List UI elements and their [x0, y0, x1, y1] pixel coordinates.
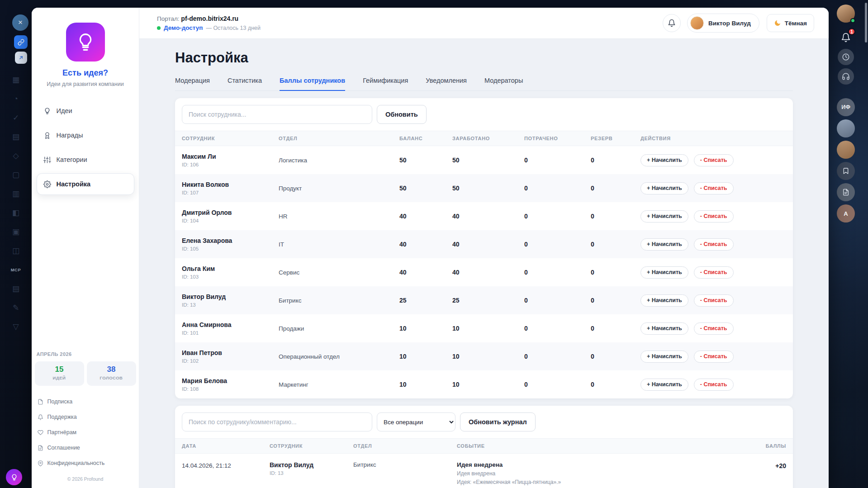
- copy-link-button[interactable]: [14, 35, 28, 49]
- reserve-value: 0: [584, 325, 634, 332]
- tab-moderators[interactable]: Модераторы: [484, 77, 523, 91]
- writeoff-button[interactable]: - Списать: [694, 294, 734, 307]
- open-in-new-window-button[interactable]: [15, 52, 27, 64]
- writeoff-button[interactable]: - Списать: [694, 351, 734, 363]
- lightbulb-icon: [43, 107, 51, 115]
- contact-avatar[interactable]: [837, 141, 855, 159]
- close-slider-button[interactable]: ×: [12, 14, 28, 31]
- reserve-value: 0: [584, 353, 634, 360]
- notifications-button[interactable]: 1: [838, 29, 854, 46]
- event-detail: Идея: «Ежемесячная «Пицца-пятница».»: [457, 479, 743, 485]
- link-icon: [18, 39, 24, 46]
- table-row: Иван ПетровID: 102 Операционный отдел 10…: [175, 342, 793, 370]
- app-subtitle: Идеи для развития компании: [47, 81, 123, 87]
- lightbulb-icon: [10, 474, 18, 481]
- pin-icon: [38, 460, 43, 466]
- header-notifications-button[interactable]: [663, 14, 681, 32]
- theme-toggle-button[interactable]: Тёмная: [767, 14, 814, 32]
- writeoff-button[interactable]: - Списать: [694, 266, 734, 279]
- writeoff-button[interactable]: - Списать: [694, 154, 734, 166]
- writeoff-button[interactable]: - Списать: [694, 322, 734, 335]
- support-button[interactable]: [838, 68, 854, 85]
- portal-domain: pf-demo.bitrix24.ru: [181, 15, 238, 22]
- operations-filter-select[interactable]: Все операции: [377, 412, 455, 431]
- employee-dept: IT: [272, 241, 393, 248]
- tab-moderation[interactable]: Модерация: [175, 77, 210, 91]
- column-header: ДЕЙСТВИЯ: [634, 136, 793, 141]
- privacy-link[interactable]: Конфиденциальность: [37, 458, 134, 468]
- app-logo-mini[interactable]: [6, 469, 22, 485]
- accrue-button[interactable]: + Начислить: [640, 210, 688, 223]
- partners-link[interactable]: Партнёрам: [37, 427, 134, 437]
- accrue-button[interactable]: + Начислить: [640, 154, 688, 166]
- employee-id: ID: 104: [182, 218, 272, 223]
- employee-search-input[interactable]: [182, 105, 372, 124]
- spent-value: 0: [517, 353, 584, 360]
- employee-name: Анна Смирнова: [182, 321, 272, 328]
- spent-value: 0: [517, 297, 584, 304]
- tab-statistics[interactable]: Статистика: [228, 77, 262, 91]
- dim-menu-icon: ✓: [13, 114, 19, 122]
- balance-value: 40: [393, 241, 446, 248]
- accrue-button[interactable]: + Начислить: [640, 322, 688, 335]
- link-label: Конфиденциальность: [47, 460, 105, 466]
- chat-initials-avatar[interactable]: ИФ: [837, 98, 855, 116]
- demo-access-link[interactable]: Демо-доступ: [164, 24, 203, 31]
- writeoff-button[interactable]: - Списать: [694, 238, 734, 251]
- writeoff-button[interactable]: - Списать: [694, 379, 734, 391]
- reserve-value: 0: [584, 381, 634, 388]
- balance-value: 50: [393, 156, 446, 164]
- contact-initial-avatar[interactable]: А: [837, 204, 855, 223]
- theme-label: Тёмная: [785, 20, 807, 27]
- employee-name: Виктор Вилуд: [270, 461, 346, 469]
- user-menu[interactable]: Виктор Вилуд: [687, 14, 759, 33]
- employee-dept: Продажи: [272, 325, 393, 332]
- document-icon: [842, 189, 849, 196]
- subscription-link[interactable]: Подписка: [37, 397, 134, 407]
- writeoff-button[interactable]: - Списать: [694, 210, 734, 223]
- journal-search-input[interactable]: [182, 412, 372, 431]
- writeoff-button[interactable]: - Списать: [694, 182, 734, 194]
- sidebar-item-settings[interactable]: Настройка: [37, 173, 134, 195]
- accrue-button[interactable]: + Начислить: [640, 379, 688, 391]
- balance-value: 10: [393, 353, 446, 360]
- accrue-button[interactable]: + Начислить: [640, 238, 688, 251]
- support-link[interactable]: Поддержка: [37, 412, 134, 422]
- employee-id: ID: 105: [182, 246, 272, 251]
- dim-menu-icon: ✎: [13, 304, 19, 312]
- saved-messages-button[interactable]: [837, 162, 855, 180]
- accrue-button[interactable]: + Начислить: [640, 294, 688, 307]
- notes-button[interactable]: [837, 183, 855, 201]
- sidebar-item-ideas[interactable]: Идеи: [37, 100, 134, 122]
- tab-notifications[interactable]: Уведомления: [426, 77, 467, 91]
- app-slider-panel: Есть идея? Идеи для развития компании Ид…: [32, 8, 829, 488]
- spent-value: 0: [517, 185, 584, 192]
- refresh-journal-button[interactable]: Обновить журнал: [460, 412, 536, 431]
- column-header: СОТРУДНИК: [263, 443, 346, 449]
- accrue-button[interactable]: + Начислить: [640, 182, 688, 194]
- accrue-button[interactable]: + Начислить: [640, 351, 688, 363]
- spent-value: 0: [517, 241, 584, 248]
- sidebar-item-label: Награды: [57, 132, 83, 139]
- employee-id: ID: 101: [182, 330, 272, 336]
- ideas-count: 15: [35, 365, 84, 374]
- main-area: Портал: pf-demo.bitrix24.ru Демо-доступ …: [139, 8, 829, 488]
- tab-gamification[interactable]: Геймификация: [363, 77, 408, 91]
- app-title: Есть идея?: [62, 68, 108, 78]
- refresh-button[interactable]: Обновить: [377, 105, 427, 124]
- tab-employee-points[interactable]: Баллы сотрудников: [280, 77, 345, 91]
- sidebar-item-categories[interactable]: Категории: [37, 149, 134, 171]
- table-row: Максим ЛиID: 106 Логистика 50 50 0 0 + Н…: [175, 146, 793, 174]
- page-scrollbar[interactable]: [865, 3, 867, 43]
- sidebar-item-awards[interactable]: Награды: [37, 124, 134, 146]
- chat-avatar[interactable]: [837, 119, 855, 137]
- event-subtitle: Идея внедрена: [457, 470, 743, 477]
- sidebar-item-label: Идеи: [57, 107, 72, 114]
- profile-avatar[interactable]: [837, 5, 855, 23]
- planner-button[interactable]: [838, 49, 854, 65]
- user-name: Виктор Вилуд: [708, 20, 751, 27]
- accrue-button[interactable]: + Начислить: [640, 266, 688, 279]
- balance-value: 40: [393, 213, 446, 220]
- agreement-link[interactable]: Соглашение: [37, 443, 134, 453]
- employee-name: Максим Ли: [182, 153, 272, 160]
